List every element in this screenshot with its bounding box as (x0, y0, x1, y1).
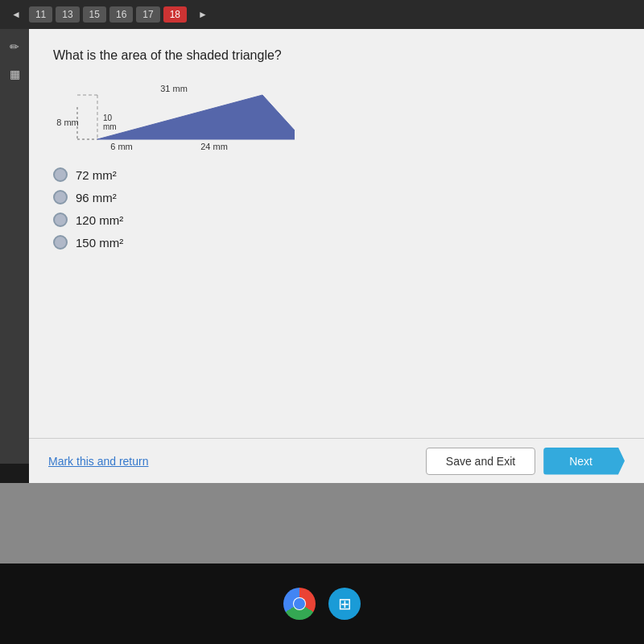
svg-text:24 mm: 24 mm (200, 142, 228, 151)
nav-btn-18[interactable]: 18 (163, 6, 187, 23)
calculator-icon[interactable]: ▦ (3, 63, 26, 85)
svg-text:10: 10 (103, 114, 113, 122)
radio-120[interactable] (53, 213, 68, 227)
question-text: What is the area of the shaded triangle? (53, 48, 620, 63)
next-button[interactable]: Next (543, 448, 625, 475)
action-bar: Mark this and return Save and Exit Next (29, 438, 644, 483)
svg-text:31 mm: 31 mm (160, 84, 188, 93)
nav-btn-17[interactable]: 17 (136, 6, 159, 23)
top-navigation-bar: ◄ 11 13 15 16 17 18 ► (0, 0, 644, 29)
next-arrow[interactable]: ► (193, 7, 213, 22)
choice-item-150[interactable]: 150 mm² (53, 235, 620, 250)
choice-label-150: 150 mm² (76, 236, 123, 250)
question-area: What is the area of the shaded triangle?… (29, 29, 644, 483)
nav-btn-13[interactable]: 13 (56, 6, 79, 23)
taskbar: ⊞ (0, 564, 644, 644)
gray-strip (0, 483, 644, 564)
choice-label-96: 96 mm² (76, 191, 117, 204)
left-sidebar: ✏ ▦ (0, 29, 29, 464)
choice-label-120: 120 mm² (76, 213, 123, 227)
triangle-diagram: 31 mm 8 mm 10 mm 6 mm 24 mm (53, 79, 295, 151)
choice-item-72[interactable]: 72 mm² (53, 167, 620, 182)
svg-marker-0 (97, 95, 295, 139)
nav-btn-15[interactable]: 15 (83, 6, 106, 23)
chrome-taskbar-icon[interactable] (283, 588, 316, 620)
save-exit-button[interactable]: Save and Exit (426, 448, 535, 475)
answer-choices: 72 mm² 96 mm² 120 mm² 150 mm² (53, 167, 620, 250)
choice-item-120[interactable]: 120 mm² (53, 213, 620, 227)
pencil-icon[interactable]: ✏ (3, 35, 26, 58)
choice-label-72: 72 mm² (76, 168, 117, 182)
prev-arrow[interactable]: ◄ (6, 7, 26, 22)
radio-150[interactable] (53, 235, 68, 250)
nav-btn-11[interactable]: 11 (29, 6, 52, 23)
files-taskbar-icon[interactable]: ⊞ (328, 588, 361, 620)
triangle-svg: 31 mm 8 mm 10 mm 6 mm 24 mm (53, 79, 295, 155)
svg-text:mm: mm (103, 122, 117, 131)
svg-text:8 mm: 8 mm (56, 118, 79, 127)
mark-return-button[interactable]: Mark this and return (48, 455, 149, 468)
action-buttons: Save and Exit Next (426, 448, 625, 475)
svg-text:6 mm: 6 mm (110, 142, 133, 151)
radio-96[interactable] (53, 190, 68, 204)
radio-72[interactable] (53, 167, 68, 182)
main-content: What is the area of the shaded triangle?… (29, 29, 644, 483)
nav-btn-16[interactable]: 16 (109, 6, 133, 23)
choice-item-96[interactable]: 96 mm² (53, 190, 620, 204)
